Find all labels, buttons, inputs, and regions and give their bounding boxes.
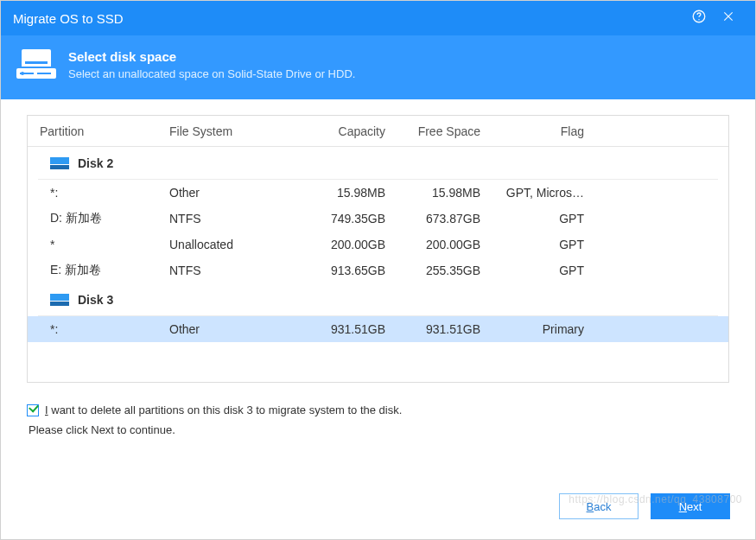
disk-drive-icon <box>16 48 56 86</box>
cell-freespace: 931.51GB <box>385 322 480 336</box>
instruction-text: Please click Next to continue. <box>29 423 729 436</box>
svg-point-1 <box>698 19 699 20</box>
partition-row[interactable]: *:Other15.98MB15.98MBGPT, Micros… <box>28 180 728 206</box>
cell-freespace: 673.87GB <box>385 212 480 226</box>
cell-partition: * <box>40 238 169 251</box>
banner: Select disk space Select an unallocated … <box>1 35 755 99</box>
partition-row[interactable]: D: 新加卷NTFS749.35GB673.87GBGPT <box>28 206 728 232</box>
partition-table: Partition File System Capacity Free Spac… <box>27 115 729 383</box>
cell-flag: Primary <box>480 322 584 336</box>
partition-row[interactable]: E: 新加卷NTFS913.65GB255.35GBGPT <box>28 257 728 283</box>
cell-freespace: 15.98MB <box>385 186 480 200</box>
cell-freespace: 200.00GB <box>385 238 480 251</box>
cell-flag: GPT <box>480 238 584 251</box>
banner-text: Select disk space Select an unallocated … <box>68 48 355 80</box>
cell-capacity: 931.51GB <box>290 322 385 336</box>
delete-partitions-row: I want to delete all partitions on this … <box>27 403 729 416</box>
cell-filesystem: NTFS <box>169 264 290 277</box>
cell-capacity: 749.35GB <box>290 212 385 226</box>
hdd-icon <box>50 157 69 169</box>
cell-flag: GPT, Micros… <box>480 186 584 200</box>
hdd-icon <box>50 294 69 306</box>
back-button[interactable]: Back <box>559 493 638 519</box>
col-capacity: Capacity <box>290 124 385 138</box>
cell-capacity: 200.00GB <box>290 238 385 251</box>
cell-partition: D: 新加卷 <box>40 211 169 226</box>
options-area: I want to delete all partitions on this … <box>1 391 755 448</box>
banner-title: Select disk space <box>68 49 355 64</box>
cell-filesystem: Other <box>169 322 290 336</box>
help-icon[interactable] <box>684 9 714 29</box>
titlebar: Migrate OS to SSD <box>1 1 755 35</box>
next-button[interactable]: Next <box>651 493 730 519</box>
cell-freespace: 255.35GB <box>385 264 480 277</box>
disk-header[interactable]: Disk 3 <box>38 283 718 316</box>
cell-partition: *: <box>40 322 169 336</box>
table-header: Partition File System Capacity Free Spac… <box>28 116 728 147</box>
partition-row[interactable]: *Unallocated200.00GB200.00GBGPT <box>28 232 728 257</box>
cell-capacity: 913.65GB <box>290 264 385 277</box>
delete-partitions-checkbox[interactable] <box>27 404 39 416</box>
col-partition: Partition <box>40 124 169 138</box>
cell-flag: GPT <box>480 264 584 277</box>
content: Partition File System Capacity Free Spac… <box>1 99 755 391</box>
banner-subtitle: Select an unallocated space on Solid-Sta… <box>68 67 355 80</box>
disk-name: Disk 3 <box>78 293 113 307</box>
close-icon[interactable] <box>714 10 743 28</box>
cell-filesystem: Unallocated <box>169 238 290 251</box>
disk-name: Disk 2 <box>78 156 113 170</box>
cell-filesystem: Other <box>169 186 290 200</box>
partition-row[interactable]: *:Other931.51GB931.51GBPrimary <box>28 316 728 342</box>
cell-filesystem: NTFS <box>169 212 290 226</box>
cell-flag: GPT <box>480 212 584 226</box>
footer-buttons: Back Next <box>559 493 730 519</box>
col-freespace: Free Space <box>385 124 480 138</box>
disk-header[interactable]: Disk 2 <box>38 147 718 180</box>
cell-capacity: 15.98MB <box>290 186 385 200</box>
window-title: Migrate OS to SSD <box>13 11 684 26</box>
cell-partition: *: <box>40 186 169 200</box>
col-flag: Flag <box>480 124 584 138</box>
delete-partitions-label: I want to delete all partitions on this … <box>45 403 402 416</box>
col-filesystem: File System <box>169 124 290 138</box>
cell-partition: E: 新加卷 <box>40 263 169 278</box>
